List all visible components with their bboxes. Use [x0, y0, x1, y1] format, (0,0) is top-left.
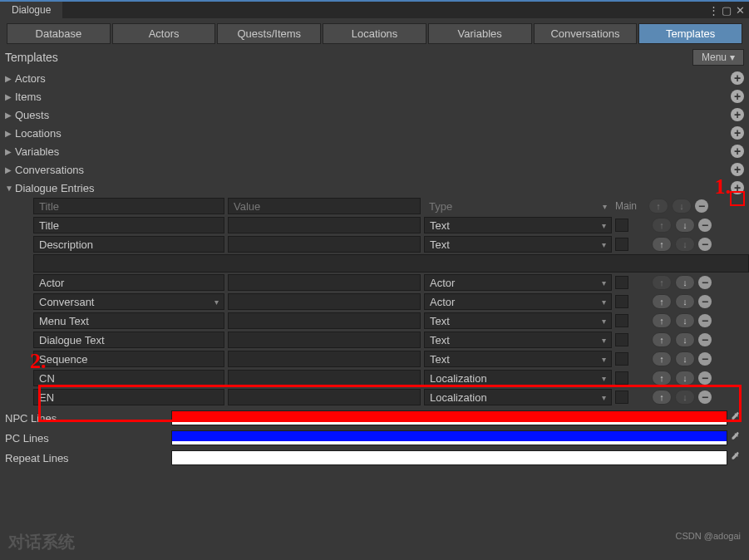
field-title-input[interactable]: Description [33, 236, 224, 253]
field-value-input[interactable] [228, 274, 421, 291]
move-down-button[interactable]: ↓ [675, 351, 695, 366]
remove-button[interactable]: − [698, 295, 712, 308]
remove-button[interactable]: − [698, 238, 712, 251]
field-title-input[interactable]: Dialogue Text [33, 332, 224, 348]
move-down-button[interactable]: ↓ [675, 275, 695, 290]
close-icon[interactable]: ✕ [734, 4, 746, 16]
field-type-select[interactable]: Localization [424, 389, 612, 405]
color-field[interactable] [171, 430, 727, 445]
eyedropper-icon[interactable] [731, 451, 744, 464]
move-up-button[interactable]: ↑ [652, 332, 672, 347]
add-button[interactable]: + [731, 181, 744, 194]
remove-button[interactable]: − [698, 314, 712, 327]
add-button[interactable]: + [731, 145, 744, 158]
field-title-input[interactable]: Conversant▾ [33, 293, 224, 310]
tree-item-variables[interactable]: Variables [15, 145, 731, 158]
main-checkbox[interactable] [615, 352, 628, 366]
move-up-button[interactable]: ↑ [652, 294, 672, 309]
main-checkbox[interactable] [615, 238, 628, 251]
caret-icon[interactable]: ▶ [5, 147, 15, 156]
caret-icon[interactable]: ▶ [5, 92, 15, 101]
move-down-button[interactable]: ↓ [675, 371, 695, 386]
color-field[interactable] [171, 410, 727, 425]
move-up-button[interactable]: ↑ [652, 371, 672, 386]
tab-actors[interactable]: Actors [112, 23, 216, 44]
move-up-button[interactable]: ↑ [652, 390, 672, 405]
move-down-button[interactable]: ↓ [675, 237, 695, 252]
tab-variables[interactable]: Variables [428, 23, 532, 44]
field-value-input[interactable] [228, 236, 421, 253]
field-value-input[interactable] [228, 389, 421, 405]
move-down-button[interactable]: ↓ [675, 218, 695, 233]
move-down-button[interactable]: ↓ [675, 390, 695, 405]
remove-button[interactable]: − [698, 352, 712, 366]
field-value-input[interactable] [228, 217, 421, 233]
remove-button[interactable]: − [695, 199, 708, 213]
remove-button[interactable]: − [698, 276, 712, 289]
field-title-input[interactable]: Actor [33, 274, 224, 291]
main-checkbox[interactable] [615, 371, 628, 385]
move-up-button[interactable]: ↑ [652, 351, 672, 366]
move-up-button[interactable]: ↑ [652, 218, 672, 233]
window-tab[interactable]: Dialogue [0, 2, 62, 18]
color-field[interactable] [171, 450, 727, 465]
eyedropper-icon[interactable] [731, 411, 744, 425]
caret-icon[interactable]: ▶ [5, 74, 15, 83]
add-button[interactable]: + [731, 90, 744, 103]
field-type-select[interactable]: Actor [424, 293, 612, 310]
caret-icon[interactable]: ▼ [5, 184, 15, 193]
add-button[interactable]: + [731, 108, 744, 121]
add-button[interactable]: + [731, 126, 744, 140]
remove-button[interactable]: − [698, 219, 712, 232]
remove-button[interactable]: − [698, 391, 712, 404]
tab-locations[interactable]: Locations [323, 23, 426, 44]
tab-quests-items[interactable]: Quests/Items [217, 23, 321, 44]
main-checkbox[interactable] [615, 219, 628, 232]
field-title-input[interactable]: EN [33, 389, 224, 405]
field-title-input[interactable]: Title [33, 217, 224, 233]
move-up-button[interactable]: ↑ [652, 237, 672, 252]
main-checkbox[interactable] [615, 391, 628, 404]
main-checkbox[interactable] [615, 276, 628, 289]
caret-icon[interactable]: ▶ [5, 129, 15, 138]
field-title-input[interactable]: Menu Text [33, 312, 224, 329]
field-value-input[interactable] [228, 312, 421, 329]
add-button[interactable]: + [731, 71, 744, 85]
tree-item-quests[interactable]: Quests [15, 109, 731, 121]
caret-icon[interactable]: ▶ [5, 111, 15, 120]
caret-icon[interactable]: ▶ [5, 165, 15, 174]
field-type-select[interactable]: Text [424, 312, 612, 329]
field-value-input[interactable] [228, 293, 421, 310]
field-type-select[interactable]: Text [424, 236, 612, 253]
move-down-button[interactable]: ↓ [675, 294, 695, 309]
field-value-input[interactable] [228, 370, 421, 386]
tree-item-actors[interactable]: Actors [15, 72, 731, 85]
move-down-button[interactable]: ↓ [675, 313, 695, 328]
field-value-input[interactable] [228, 332, 421, 348]
menu-button[interactable]: Menu▾ [692, 49, 744, 66]
field-type-select[interactable]: Text [424, 351, 612, 367]
tree-item-locations[interactable]: Locations [15, 127, 731, 140]
tab-conversations[interactable]: Conversations [534, 23, 638, 44]
main-checkbox[interactable] [615, 333, 628, 346]
kebab-icon[interactable]: ⋮ [707, 4, 719, 16]
field-type-select[interactable]: Localization [424, 370, 612, 386]
main-checkbox[interactable] [615, 314, 628, 327]
remove-button[interactable]: − [698, 333, 712, 346]
tree-item-items[interactable]: Items [15, 91, 731, 103]
tree-item-conversations[interactable]: Conversations [15, 164, 731, 176]
tab-database[interactable]: Database [7, 23, 111, 44]
move-up-button[interactable]: ↑ [652, 313, 672, 328]
field-title-input[interactable]: Sequence [33, 351, 224, 367]
eyedropper-icon[interactable] [731, 431, 744, 445]
field-title-input[interactable]: CN [33, 370, 224, 386]
main-checkbox[interactable] [615, 295, 628, 308]
field-type-select[interactable]: Actor [424, 274, 612, 291]
add-button[interactable]: + [731, 163, 744, 176]
remove-button[interactable]: − [698, 371, 712, 385]
field-type-select[interactable]: Text [424, 332, 612, 348]
field-type-select[interactable]: Text [424, 217, 612, 233]
move-down-button[interactable]: ↓ [675, 332, 695, 347]
tree-item-dialogue-entries[interactable]: Dialogue Entries [15, 182, 731, 194]
move-up-button[interactable]: ↑ [652, 275, 672, 290]
